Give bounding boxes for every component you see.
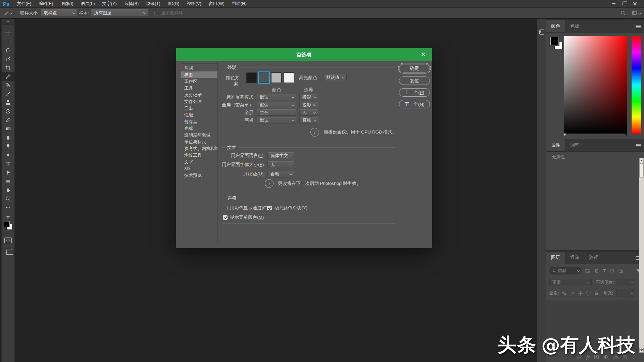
standard-screen-color-dropdown[interactable]: 默认 (257, 94, 296, 100)
layer-filter-type-dropdown[interactable]: 类型 (549, 267, 582, 274)
lock-position-icon[interactable] (578, 291, 583, 296)
lock-transparency-icon[interactable] (562, 291, 567, 296)
fullscreen-color-dropdown[interactable]: 黑色 (257, 109, 296, 116)
opacity-dropdown[interactable] (616, 279, 635, 286)
path-select-tool[interactable] (2, 168, 14, 177)
scrollbar-thumb[interactable] (639, 163, 644, 177)
artboard-border-dropdown[interactable]: 直线 (299, 117, 318, 123)
tool-preset-chevron-icon[interactable] (9, 11, 12, 14)
tab-channels[interactable]: 通道 (565, 252, 584, 264)
move-tool[interactable] (2, 29, 14, 37)
tab-color[interactable]: 颜色 (546, 20, 565, 32)
restore-button[interactable] (619, 0, 629, 7)
scroll-down-icon[interactable] (639, 348, 644, 353)
quick-mask-button[interactable] (2, 236, 14, 245)
eyedropper-tool[interactable] (2, 72, 14, 81)
foreground-color-swatch[interactable] (550, 37, 558, 45)
expand-panels-icon[interactable] (539, 30, 544, 35)
brush-tool[interactable] (2, 90, 14, 98)
sample-size-dropdown[interactable]: 取样点 (41, 9, 77, 16)
dialog-titlebar[interactable]: 首选项 ✕ (176, 48, 432, 61)
artboard-color-dropdown[interactable]: 默认 (257, 117, 296, 123)
panel-menu-icon[interactable] (636, 25, 641, 25)
gradient-tool[interactable] (2, 124, 14, 133)
clone-stamp-tool[interactable] (2, 98, 14, 107)
ui-font-size-dropdown[interactable]: 大 (267, 161, 294, 168)
category-interface[interactable]: 界面 (181, 71, 217, 78)
close-window-button[interactable] (630, 0, 640, 7)
ui-scaling-dropdown[interactable]: 自动 (267, 171, 294, 177)
pen-tool[interactable] (2, 151, 14, 159)
fullscreen-border-dropdown[interactable]: 无 (299, 109, 318, 116)
tab-paths[interactable]: 路径 (584, 252, 603, 264)
menu-edit[interactable]: 编辑(E) (35, 0, 57, 7)
type-tool[interactable]: T (2, 159, 14, 168)
filter-smart-objects-icon[interactable] (618, 268, 623, 273)
screen-mode-button[interactable] (2, 246, 14, 255)
menu-3d[interactable]: 3D(D) (164, 0, 183, 7)
category-file-handling[interactable]: 文件处理 (181, 98, 217, 105)
lasso-tool[interactable] (2, 46, 14, 55)
lock-artboard-icon[interactable] (586, 291, 591, 296)
next-button[interactable]: 下一个(N) (399, 100, 430, 108)
filter-shape-layers-icon[interactable] (609, 268, 614, 273)
category-scratch-disks[interactable]: 暂存盘 (181, 118, 217, 125)
category-history[interactable]: 历史记录 (181, 92, 217, 98)
tab-adjustments[interactable]: 调整 (565, 139, 584, 151)
color-scheme-swatch-lightest[interactable] (284, 72, 294, 83)
reset-button[interactable]: 复位 (399, 76, 430, 85)
menu-type[interactable]: 文字(Y) (98, 0, 120, 7)
menu-filter[interactable]: 滤镜(T) (142, 0, 164, 7)
filter-pixel-layers-icon[interactable] (585, 268, 590, 273)
color-scheme-swatch-light[interactable] (271, 72, 282, 83)
category-3d[interactable]: 3D (181, 165, 217, 172)
blur-tool[interactable] (2, 133, 14, 142)
minimize-button[interactable] (608, 0, 618, 7)
fullscreen-menu-color-dropdown[interactable]: 默认 (257, 102, 296, 108)
eyedropper-tool-preset-icon[interactable] (4, 10, 9, 15)
category-general[interactable]: 常规 (181, 65, 217, 71)
category-workspace[interactable]: 工作区 (181, 78, 217, 85)
eraser-tool[interactable] (2, 116, 14, 124)
hand-tool[interactable] (2, 186, 14, 194)
category-plugins[interactable]: 增效工具 (181, 152, 217, 159)
zoom-tool[interactable] (2, 194, 14, 203)
scroll-up-icon[interactable] (639, 158, 644, 163)
lock-all-icon[interactable] (594, 291, 599, 296)
dodge-tool[interactable] (2, 142, 14, 151)
menu-window[interactable]: 窗口(W) (205, 0, 228, 7)
color-scheme-swatch-darkest[interactable] (246, 72, 257, 83)
panel-menu-icon[interactable] (636, 144, 641, 145)
tab-properties[interactable]: 属性 (546, 139, 565, 151)
menu-select[interactable]: 选择(S) (120, 0, 142, 7)
more-tools-icon[interactable]: ••• (2, 203, 14, 212)
category-transparency-gamut[interactable]: 透明度与色域 (181, 132, 217, 139)
blend-mode-dropdown[interactable]: 正常 (549, 279, 592, 286)
sample-dropdown[interactable]: 所有图层 (91, 9, 148, 16)
category-type[interactable]: 文字 (181, 159, 217, 165)
quick-select-tool[interactable] (2, 55, 14, 63)
category-performance[interactable]: 性能 (181, 112, 217, 118)
menu-view[interactable]: 视图(V) (183, 0, 205, 7)
search-icon[interactable] (621, 10, 626, 15)
prev-button[interactable]: 上一个(P) (399, 88, 430, 97)
filter-adjustment-layers-icon[interactable] (594, 268, 599, 273)
tab-layers[interactable]: 图层 (546, 252, 565, 264)
crop-tool[interactable] (2, 63, 14, 72)
category-tools[interactable]: 工具 (181, 85, 217, 92)
category-technology-previews[interactable]: 技术预览 (181, 172, 217, 179)
dialog-close-button[interactable]: ✕ (419, 51, 427, 59)
fill-dropdown[interactable] (616, 290, 635, 297)
workspace-chevron-icon[interactable] (638, 11, 641, 14)
menu-help[interactable]: 帮助(H) (228, 0, 250, 7)
dynamic-color-sliders-checkbox[interactable] (267, 206, 272, 210)
foreground-background-swatches[interactable] (4, 221, 12, 230)
hue-slider[interactable] (632, 36, 641, 134)
tab-swatches[interactable]: 色板 (565, 20, 584, 32)
foreground-color-swatch[interactable] (4, 221, 10, 227)
filter-type-layers-icon[interactable]: T (603, 268, 606, 273)
show-menu-colors-checkbox[interactable] (223, 215, 228, 220)
fullscreen-menu-border-dropdown[interactable]: 投影 (299, 102, 318, 108)
workspace-switcher-icon[interactable] (632, 10, 637, 15)
lock-pixels-icon[interactable] (570, 291, 575, 296)
